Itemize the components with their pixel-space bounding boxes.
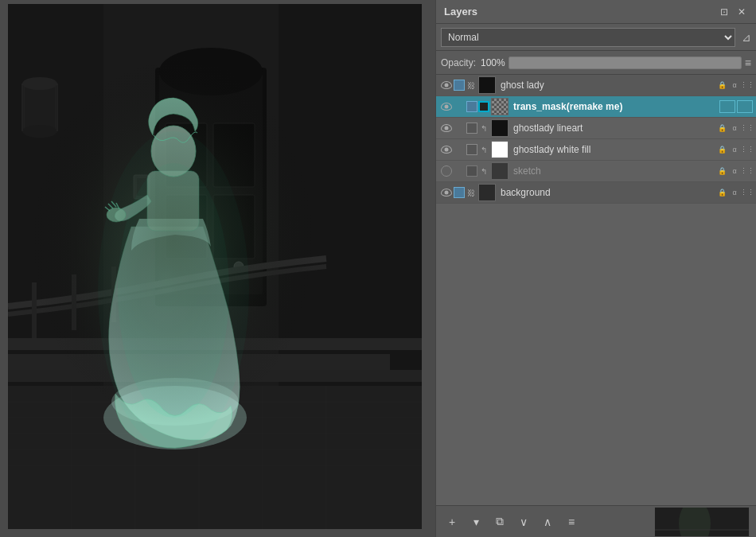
layer-name: ghost lady (497, 80, 716, 91)
visibility-toggle[interactable] (439, 121, 454, 135)
layer-right-icons: 🔒 α ⋮⋮ (716, 165, 753, 177)
alpha-icon[interactable]: α (729, 80, 740, 91)
layer-right-icons: 🔒 α ⋮⋮ (716, 144, 753, 155)
layer-item[interactable]: ⛓ background 🔒 α ⋮⋮ (436, 182, 756, 204)
properties-button[interactable]: ≡ (562, 512, 581, 531)
chain-icon: ⛓ (466, 80, 477, 91)
alpha-icon[interactable]: α (729, 144, 740, 155)
visibility-toggle[interactable] (439, 78, 454, 92)
layer-type-icon (466, 101, 477, 112)
duplicate-icon: ⧉ (496, 515, 504, 528)
folder-icon (454, 187, 465, 198)
svg-rect-48 (8, 4, 422, 529)
layer-name: trans_mask(remake me) (510, 101, 719, 112)
more-icon[interactable]: ⋮⋮ (742, 80, 753, 91)
dropdown-icon: ▾ (473, 516, 479, 528)
visibility-toggle[interactable] (439, 142, 454, 157)
layer-item[interactable]: ⛓ ghost lady 🔒 α ⋮⋮ (436, 75, 756, 96)
add-icon: + (449, 516, 455, 528)
more-icon[interactable]: ⋮⋮ (742, 187, 753, 198)
move-down-icon: ∨ (520, 516, 528, 528)
layer-type-icon (466, 123, 477, 134)
move-up-icon: ∧ (544, 516, 551, 528)
lock-icon[interactable]: 🔒 (716, 80, 727, 91)
chain-icon: ↰ (478, 165, 489, 177)
close-icon[interactable]: ✕ (735, 6, 748, 18)
mask-icon (478, 101, 489, 112)
opacity-row: Opacity: 100% ≡ (436, 51, 756, 75)
layer-item[interactable]: trans_mask(remake me) (436, 96, 756, 118)
layer-type-icon (466, 165, 477, 177)
chain-icon: ↰ (478, 123, 489, 134)
layer-right-icons: 🔒 α ⋮⋮ (716, 123, 753, 134)
layer-thumbnail (491, 119, 509, 137)
layer-item[interactable]: ↰ sketch 🔒 α ⋮⋮ (436, 161, 756, 182)
bottom-toolbar: + ▾ ⧉ ∨ ∧ ≡ (436, 505, 756, 537)
folder-icon (454, 80, 465, 91)
menu-icon[interactable]: ≡ (745, 56, 751, 69)
layers-panel: Layers ⊡ ✕ Normal Multiply Screen Overla… (435, 0, 756, 537)
blend-mode-select[interactable]: Normal Multiply Screen Overlay (441, 28, 735, 47)
opacity-value: 100% (481, 57, 505, 68)
properties-icon: ≡ (568, 516, 575, 528)
layer-type-icons: ⛓ (454, 80, 477, 91)
layer-name: ghostlady lineart (510, 123, 716, 134)
duplicate-layer-button[interactable]: ⧉ (490, 512, 509, 531)
canvas-image (8, 4, 422, 529)
chain-icon: ⛓ (466, 187, 477, 198)
layer-thumbnail (491, 162, 509, 180)
eye-icon (441, 124, 452, 132)
more-icon[interactable]: ⋮⋮ (742, 165, 753, 177)
header-icons: ⊡ ✕ (718, 6, 748, 18)
layer-type-icons: ↰ (466, 165, 489, 177)
eye-icon (441, 146, 452, 154)
lock-icon[interactable]: 🔒 (716, 187, 727, 198)
alpha-icon[interactable]: α (729, 165, 740, 177)
filter-icon[interactable]: ⊿ (742, 31, 751, 44)
layer-name: background (497, 187, 716, 198)
layer-item[interactable]: ↰ ghostlady lineart 🔒 α ⋮⋮ (436, 118, 756, 139)
layer-thumbnail (491, 98, 509, 115)
layer-thumbnail (478, 184, 496, 201)
more-icon[interactable]: ⋮⋮ (742, 123, 753, 134)
opacity-slider[interactable] (509, 56, 742, 69)
blend-mode-row: Normal Multiply Screen Overlay ⊿ (436, 24, 756, 51)
canvas-area (0, 0, 435, 537)
more-icon[interactable]: ⋮⋮ (742, 144, 753, 155)
alpha-icon[interactable]: α (729, 187, 740, 198)
move-down-button[interactable]: ∨ (514, 512, 533, 531)
layer-name: sketch (510, 165, 716, 177)
layer-name: ghostlady white fill (510, 144, 716, 155)
visibility-toggle[interactable] (439, 99, 454, 114)
alpha-icon[interactable]: α (729, 123, 740, 134)
lock-icon[interactable]: 🔒 (716, 123, 727, 134)
add-dropdown-button[interactable]: ▾ (466, 512, 485, 531)
blue-badge-2 (737, 100, 753, 113)
layer-right-icons: 🔒 α ⋮⋮ (716, 187, 753, 198)
visibility-toggle[interactable] (439, 185, 454, 200)
panel-title: Layers (444, 6, 477, 18)
layer-type-icons: ↰ (466, 144, 489, 155)
layer-right-icons (719, 100, 753, 113)
hidden-icon (441, 165, 452, 177)
move-up-button[interactable]: ∧ (538, 512, 557, 531)
lock-icon[interactable]: 🔒 (716, 165, 727, 177)
layer-type-icons (466, 101, 489, 112)
lock-icon[interactable]: 🔒 (716, 144, 727, 155)
layer-type-icons: ⛓ (454, 187, 477, 198)
visibility-toggle[interactable] (439, 164, 454, 178)
opacity-fill (509, 57, 741, 68)
eye-icon (441, 103, 452, 111)
opacity-label: Opacity: (441, 57, 476, 68)
chain-icon: ↰ (478, 144, 489, 155)
maximize-icon[interactable]: ⊡ (718, 6, 731, 18)
eye-icon (441, 189, 452, 197)
add-layer-button[interactable]: + (442, 512, 462, 531)
layer-right-icons: 🔒 α ⋮⋮ (716, 80, 753, 91)
layer-thumbnail (478, 76, 496, 94)
layers-list[interactable]: ⛓ ghost lady 🔒 α ⋮⋮ trans_mask(remake me… (436, 75, 756, 505)
svg-point-52 (679, 508, 711, 537)
layer-item[interactable]: ↰ ghostlady white fill 🔒 α ⋮⋮ (436, 139, 756, 161)
blue-badge (719, 100, 735, 113)
layer-type-icons: ↰ (466, 123, 489, 134)
